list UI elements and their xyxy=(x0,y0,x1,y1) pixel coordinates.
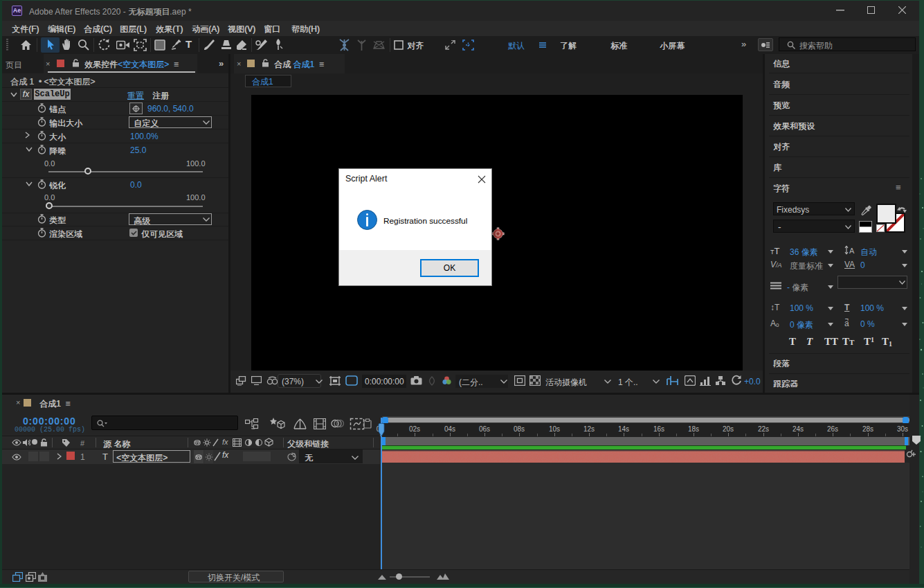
svg-text:A: A xyxy=(849,247,855,255)
